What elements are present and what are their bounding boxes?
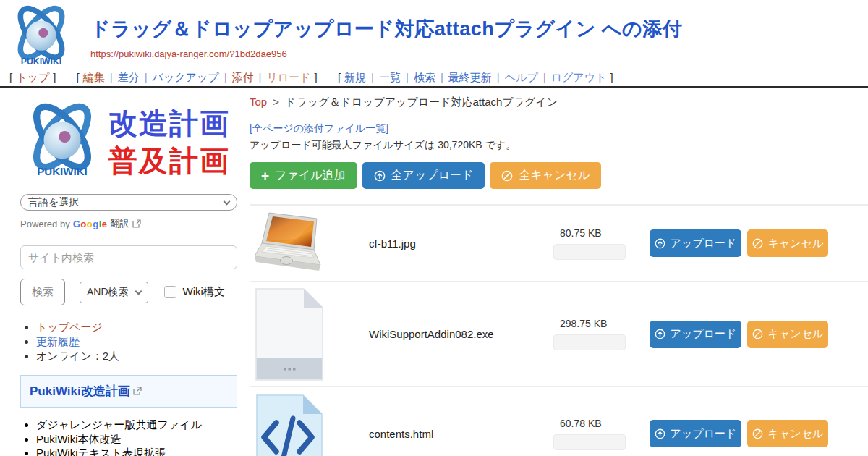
- nav-group-site: [新規|一覧|検索|最終更新|ヘルプ|ログアウト]: [334, 71, 617, 83]
- sidebar-item-top-page[interactable]: トップページ: [36, 321, 103, 333]
- language-select[interactable]: 言語を選択: [20, 194, 237, 211]
- bracket: ]: [53, 71, 56, 83]
- site-title: PukiWiki改造計画: [30, 384, 130, 398]
- nav-new[interactable]: 新規: [344, 71, 366, 83]
- sidebar-banner[interactable]: PUKIWIKI 改造計画 普及計画: [20, 96, 239, 188]
- logo-wordmark: PUKIWIKI: [21, 56, 61, 67]
- pipe: |: [259, 71, 262, 83]
- pipe: |: [371, 71, 374, 83]
- file-row: contents.html 60.78 KB アップロード: [250, 386, 868, 456]
- cancel-all-label: 全キャンセル: [519, 168, 590, 183]
- nav-list[interactable]: 一覧: [379, 71, 401, 83]
- site-title-box[interactable]: PukiWiki改造計画: [20, 375, 237, 408]
- breadcrumb-separator: >: [273, 96, 279, 108]
- chevron-down-icon: [135, 287, 142, 295]
- wiki-syntax-checkbox[interactable]: [164, 286, 176, 298]
- google-logo: Google: [73, 219, 108, 229]
- nav-search[interactable]: 検索: [414, 71, 435, 83]
- external-link-icon: [132, 219, 141, 228]
- row-actions: アップロード キャンセル: [650, 321, 828, 348]
- cancel-all-button[interactable]: 全キャンセル: [490, 162, 601, 189]
- add-files-label: ファイル追加: [275, 168, 346, 183]
- nav-backup[interactable]: バックアップ: [153, 71, 219, 83]
- nav-attach[interactable]: 添付: [232, 71, 254, 83]
- search-mode-select[interactable]: AND検索: [80, 282, 148, 303]
- sidebar-item-text-extension[interactable]: PukiWikiテキスト表現拡張: [36, 447, 166, 456]
- nav-help[interactable]: ヘルプ: [505, 71, 538, 83]
- nav-logout[interactable]: ログアウト: [551, 71, 607, 83]
- breadcrumb-home-link[interactable]: Top: [250, 96, 267, 108]
- upload-progress-bar: [553, 334, 626, 350]
- nav-diff[interactable]: 差分: [118, 71, 140, 83]
- upload-button[interactable]: アップロード: [650, 420, 741, 447]
- file-size-cell: 298.75 KB: [553, 318, 637, 350]
- file-name: WikiSupportAddin082.exe: [369, 328, 550, 340]
- row-actions: アップロード キャンセル: [650, 420, 828, 447]
- file-name: contents.html: [369, 428, 550, 440]
- bracket: [: [77, 71, 80, 83]
- max-upload-size-text: アップロード可能最大ファイルサイズは 30,720KB です。: [250, 139, 868, 152]
- cancel-button[interactable]: キャンセル: [747, 321, 828, 348]
- bracket: ]: [315, 71, 318, 83]
- upload-toolbar: + ファイル追加 全アップロード 全キャンセル: [250, 162, 868, 189]
- list-item: ダジャレンジャー版共通ファイル: [36, 418, 239, 432]
- all-attachments-link[interactable]: [全ページの添付ファイル一覧]: [250, 122, 868, 135]
- pukiwiki-logo[interactable]: PUKIWIKI: [7, 3, 75, 74]
- upload-progress-bar: [553, 434, 626, 450]
- cancel-button[interactable]: キャンセル: [747, 229, 828, 257]
- sidebar: PUKIWIKI 改造計画 普及計画 言語を選択 Powered by Goog…: [20, 96, 239, 456]
- cancel-label: キャンセル: [768, 427, 824, 441]
- google-translate-attribution: Powered by Google 翻訳: [20, 217, 239, 230]
- nav-group-page: [編集|差分|バックアップ|添付|リロード]: [73, 71, 321, 83]
- sidebar-item-core-mods[interactable]: PukiWiki本体改造: [36, 433, 122, 445]
- file-size: 60.78 KB: [560, 418, 637, 429]
- ban-icon: [752, 428, 763, 439]
- upload-button[interactable]: アップロード: [650, 321, 741, 348]
- file-size-cell: 80.75 KB: [553, 227, 637, 260]
- wiki-syntax-label: Wiki構文: [183, 285, 225, 299]
- translate-link[interactable]: 翻訳: [111, 217, 129, 230]
- file-thumbnail: [250, 287, 329, 381]
- header: ドラッグ＆ドロップアップロード対応attachプラグイン への添付 https:…: [90, 16, 682, 59]
- ban-icon: [752, 238, 763, 249]
- search-button[interactable]: 検索: [20, 279, 65, 305]
- banner-line-1: 改造計画: [109, 104, 230, 142]
- online-count: オンライン：2人: [36, 350, 119, 362]
- upload-label: アップロード: [671, 237, 737, 250]
- sidebar-quick-links: トップページ 更新履歴 オンライン：2人: [36, 320, 239, 363]
- pipe: |: [145, 71, 148, 83]
- logo-wordmark: PUKIWIKI: [37, 165, 88, 177]
- sidebar-item-common-files[interactable]: ダジャレンジャー版共通ファイル: [36, 418, 202, 431]
- file-name: cf-b11.jpg: [369, 237, 550, 250]
- list-item: PukiWiki本体改造: [36, 432, 239, 447]
- nav-top[interactable]: トップ: [16, 71, 49, 83]
- file-size-cell: 60.78 KB: [553, 418, 637, 450]
- upload-all-button[interactable]: 全アップロード: [362, 162, 485, 189]
- powered-by-label: Powered by: [20, 219, 70, 229]
- search-controls: 検索 AND検索 Wiki構文: [20, 279, 239, 305]
- banner-line-2: 普及計画: [109, 142, 230, 180]
- list-item: PukiWikiテキスト表現拡張: [36, 446, 239, 456]
- chevron-down-icon: [224, 198, 231, 205]
- page-url-link[interactable]: https://pukiwiki.dajya-ranger.com/?1bd2d…: [90, 48, 682, 59]
- sidebar-page-links: ダジャレンジャー版共通ファイル PukiWiki本体改造 PukiWikiテキス…: [36, 418, 239, 456]
- atom-logo-icon: PUKIWIKI: [7, 3, 75, 71]
- sidebar-item-update-history[interactable]: 更新履歴: [36, 335, 80, 347]
- cancel-label: キャンセル: [768, 237, 824, 250]
- site-search-input[interactable]: [20, 245, 237, 269]
- pipe: |: [441, 71, 443, 83]
- pipe: |: [224, 71, 227, 83]
- nav-reload[interactable]: リロード: [266, 71, 310, 83]
- generic-file-icon: [253, 287, 326, 381]
- nav-edit[interactable]: 編集: [83, 71, 105, 83]
- file-thumbnail: [250, 210, 329, 276]
- pipe: |: [497, 71, 500, 83]
- nav-recent[interactable]: 最終更新: [448, 71, 492, 83]
- file-thumbnail: [250, 394, 329, 456]
- upload-button[interactable]: アップロード: [650, 229, 741, 257]
- upload-all-label: 全アップロード: [391, 168, 474, 183]
- cancel-button[interactable]: キャンセル: [747, 420, 828, 447]
- add-files-button[interactable]: + ファイル追加: [250, 162, 357, 189]
- bracket: [: [9, 71, 12, 83]
- upload-circle-icon: [374, 170, 386, 182]
